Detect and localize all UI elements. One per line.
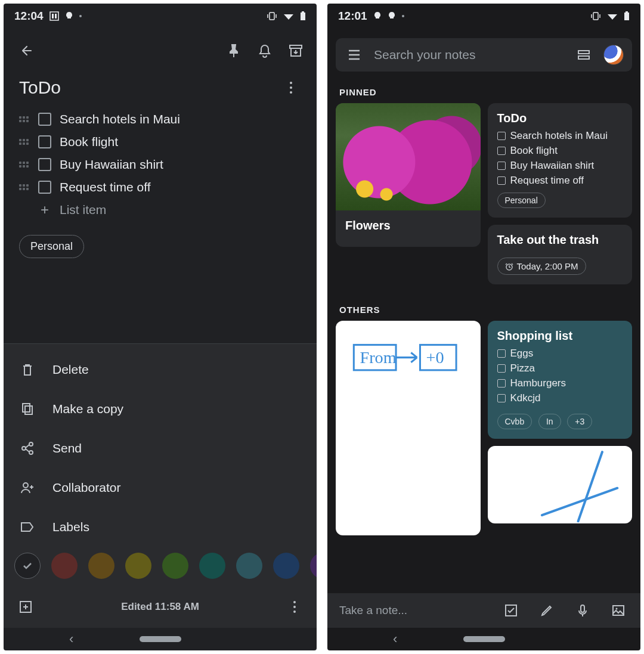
todo-item[interactable]: Book flight <box>19 135 301 149</box>
drag-handle-icon[interactable] <box>19 184 30 190</box>
drag-handle-icon[interactable] <box>19 116 30 122</box>
sheet-copy[interactable]: Make a copy <box>4 389 317 429</box>
color-default[interactable] <box>14 553 41 579</box>
todo-item[interactable]: Request time off <box>19 180 301 194</box>
card-title: Flowers <box>345 219 471 233</box>
sheet-collaborator[interactable]: Collaborator <box>4 468 317 507</box>
card-todo[interactable]: ToDo Search hotels in Maui Book flight B… <box>488 103 633 218</box>
color-swatch[interactable] <box>199 553 225 579</box>
section-others: OTHERS <box>327 299 640 321</box>
screen-notes-list: 12:01 Search your notes PINNED Flowers <box>327 4 640 650</box>
new-list-icon[interactable] <box>501 600 521 621</box>
checkbox[interactable] <box>38 181 51 194</box>
todo-text[interactable]: Book flight <box>60 135 118 149</box>
label-chip[interactable]: Personal <box>19 235 84 258</box>
alarm-icon <box>505 262 513 271</box>
label-icon <box>19 517 36 537</box>
card-item: Hamburgers <box>497 377 623 389</box>
card-trash[interactable]: Take out the trash Today, 2:00 PM <box>488 225 633 284</box>
color-swatch[interactable] <box>310 553 317 579</box>
reminder-icon[interactable] <box>255 41 275 61</box>
svg-rect-11 <box>23 404 30 412</box>
add-box-icon[interactable] <box>16 597 36 617</box>
new-drawing-icon[interactable] <box>537 600 557 621</box>
others-grid: From +0 Shopping list Eggs Pizza Hamburg… <box>327 321 640 593</box>
bulb-icon <box>388 11 396 21</box>
todo-text[interactable]: Buy Hawaiian shirt <box>60 157 163 172</box>
color-swatch[interactable] <box>236 553 262 579</box>
card-drawing-small[interactable] <box>488 446 633 523</box>
more-icon[interactable] <box>281 78 301 98</box>
new-audio-icon[interactable] <box>572 600 593 621</box>
color-swatch[interactable] <box>162 553 188 579</box>
avatar[interactable] <box>603 45 624 65</box>
search-bar[interactable]: Search your notes <box>336 38 632 72</box>
nav-back-icon[interactable]: ‹ <box>69 631 73 647</box>
nav-pill[interactable] <box>140 636 181 642</box>
handwriting-sketch: From +0 <box>336 321 481 535</box>
svg-rect-0 <box>50 12 58 20</box>
sheet-labels[interactable]: Labels <box>4 507 317 547</box>
color-swatch[interactable] <box>88 553 114 579</box>
svg-rect-12 <box>25 406 32 414</box>
archive-icon[interactable] <box>286 41 306 61</box>
svg-point-14 <box>22 447 26 450</box>
pin-icon[interactable] <box>224 41 244 61</box>
color-swatch[interactable] <box>273 553 299 579</box>
drag-handle-icon[interactable] <box>19 139 30 145</box>
label-chip: In <box>538 414 561 429</box>
todo-text[interactable]: Search hotels in Maui <box>60 112 180 126</box>
svg-point-20 <box>293 610 296 613</box>
share-icon <box>19 438 36 458</box>
add-item-row[interactable]: + List item <box>19 203 301 217</box>
card-item: Buy Hawaiian shirt <box>497 160 623 172</box>
card-shopping[interactable]: Shopping list Eggs Pizza Hamburgers Kdkc… <box>488 321 633 439</box>
nav-back-icon[interactable]: ‹ <box>393 631 397 647</box>
new-image-icon[interactable] <box>608 600 628 621</box>
card-item: Kdkcjd <box>497 392 623 404</box>
color-picker <box>4 547 317 588</box>
color-swatch[interactable] <box>51 553 78 579</box>
card-title: Take out the trash <box>497 233 623 247</box>
svg-point-34 <box>616 608 618 610</box>
note-body: ToDo Search hotels in Maui Book flight B… <box>4 78 317 258</box>
card-item: Book flight <box>497 145 623 157</box>
checkbox[interactable] <box>38 135 51 148</box>
battery-icon <box>300 11 306 21</box>
battery-icon <box>624 11 630 21</box>
take-note-label[interactable]: Take a note... <box>339 604 485 617</box>
checkbox[interactable] <box>38 113 51 126</box>
view-toggle-icon[interactable] <box>574 45 594 65</box>
svg-point-10 <box>290 91 292 94</box>
checkbox-icon <box>497 349 506 358</box>
sheet-send[interactable]: Send <box>4 429 317 468</box>
bulb-icon <box>373 11 382 21</box>
todo-item[interactable]: Buy Hawaiian shirt <box>19 157 301 172</box>
checkbox-icon <box>497 147 506 155</box>
checkbox-icon <box>497 394 506 402</box>
sheet-delete[interactable]: Delete <box>4 350 317 389</box>
editor-toolbar <box>4 29 317 78</box>
color-swatch[interactable] <box>125 553 151 579</box>
card-drawing[interactable]: From +0 <box>336 321 481 535</box>
note-title[interactable]: ToDo <box>19 78 61 98</box>
card-flowers[interactable]: Flowers <box>336 103 481 247</box>
svg-rect-22 <box>624 13 629 20</box>
drag-handle-icon[interactable] <box>19 162 30 168</box>
todo-list: Search hotels in Maui Book flight Buy Ha… <box>19 112 301 217</box>
svg-rect-2 <box>55 14 57 18</box>
svg-rect-3 <box>270 13 274 20</box>
vibrate-icon <box>267 11 277 21</box>
edited-label: Edited 11:58 AM <box>121 601 199 613</box>
back-button[interactable] <box>17 41 37 61</box>
todo-text[interactable]: Request time off <box>60 180 151 194</box>
svg-point-15 <box>29 451 33 454</box>
more-icon[interactable] <box>284 597 305 617</box>
nav-pill[interactable] <box>463 636 505 642</box>
copy-icon <box>19 399 36 419</box>
menu-icon[interactable] <box>344 45 364 65</box>
todo-item[interactable]: Search hotels in Maui <box>19 112 301 126</box>
bottom-sheet: Delete Make a copy Send Collaborator Lab… <box>4 343 317 628</box>
checkbox[interactable] <box>38 158 51 171</box>
vibrate-icon <box>590 11 601 21</box>
